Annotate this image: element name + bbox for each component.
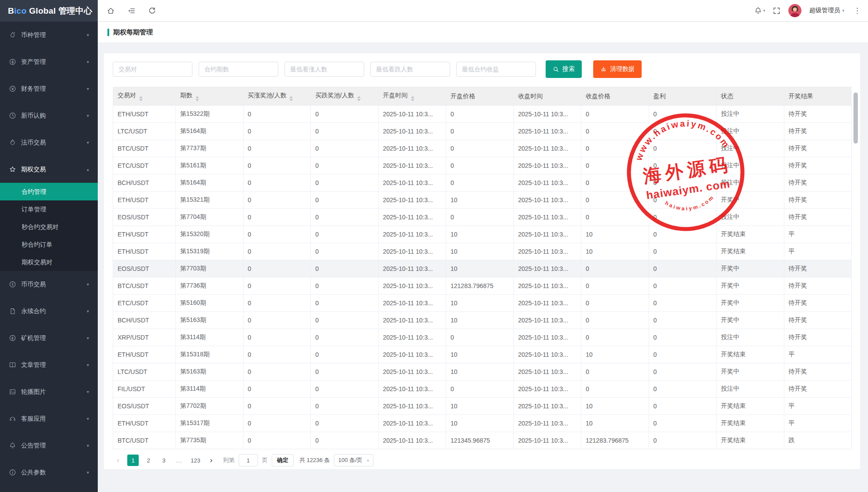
table-row[interactable]: ETH/USDT第15317期002025-10-11 10:3...10202… (113, 415, 852, 432)
table-cell: 2025-10-11 10:3... (378, 312, 446, 329)
sidebar-item[interactable]: 永续合约▾ (0, 298, 98, 325)
sidebar-item[interactable]: 客服应用▾ (0, 405, 98, 432)
sidebar-item[interactable]: 文章管理▾ (0, 351, 98, 378)
table-row[interactable]: BTC/USDT第7735期002025-10-11 10:3...121345… (113, 432, 852, 449)
trading-pair-filter-input[interactable] (113, 62, 192, 77)
table-cell: ETH/USDT (113, 106, 176, 123)
table-cell: 待开奖 (784, 174, 852, 192)
column-header[interactable]: 买涨奖池/人数 (243, 87, 311, 106)
sidebar-item[interactable]: 财务管理▾ (0, 75, 98, 102)
clean-data-button[interactable]: 清理数据 (593, 60, 642, 78)
sidebar-item[interactable]: 币种管理▾ (0, 22, 98, 48)
table-row[interactable]: ETC/USDT第5160期002025-10-11 10:3...102025… (113, 295, 852, 312)
page-number[interactable]: 3 (158, 455, 170, 466)
sidebar-item[interactable]: 矿机管理▾ (0, 325, 98, 351)
fullscreen-icon[interactable] (772, 7, 781, 15)
sidebar-item[interactable]: 轮播图片▾ (0, 378, 98, 405)
table-row[interactable]: BTC/USDT第7736期002025-10-11 10:3...121283… (113, 277, 852, 295)
page-number[interactable]: 2 (143, 455, 154, 466)
page-number[interactable]: 1 (127, 455, 139, 466)
prev-page-icon[interactable]: ‹ (113, 455, 123, 466)
table-cell: 平 (784, 346, 852, 363)
sidebar-subitem[interactable]: 期权交易对 (0, 253, 98, 271)
table-cell: 0 (311, 106, 379, 123)
sort-icon[interactable] (357, 96, 361, 101)
table-cell: 0 (243, 363, 311, 381)
page-number[interactable]: 123 (189, 455, 202, 466)
chevron-down-icon: ▾ (87, 389, 89, 394)
sort-icon[interactable] (411, 96, 414, 101)
table-row[interactable]: ETH/USDT第15320期002025-10-11 10:3...10202… (113, 226, 852, 243)
table-scrollbar[interactable] (853, 92, 858, 144)
table-row[interactable]: XRP/USDT第3114期002025-10-11 10:3...02025-… (113, 329, 852, 346)
notifications-button[interactable]: ▾ (754, 7, 765, 15)
table-row[interactable]: ETH/USDT第15319期002025-10-11 10:3...10202… (113, 243, 852, 260)
table-cell: 0 (649, 209, 717, 226)
table-row[interactable]: EOS/USDT第7704期002025-10-11 10:3...02025-… (113, 209, 852, 226)
table-row[interactable]: EOS/USDT第7703期002025-10-11 10:3...102025… (113, 260, 852, 277)
goto-page-input[interactable] (239, 454, 258, 466)
chevron-down-icon: ▾ (87, 33, 89, 37)
sidebar-item[interactable]: 币币交易▾ (0, 271, 98, 298)
column-header[interactable]: 交易对 (113, 87, 176, 106)
table-cell: 0 (311, 140, 379, 157)
table-cell: 待开奖 (784, 329, 852, 346)
table-cell: 开奖结束 (717, 398, 784, 415)
search-button[interactable]: 搜索 (546, 60, 582, 78)
collapse-menu-icon[interactable] (127, 7, 136, 15)
sidebar-subitem[interactable]: 合约管理 (0, 183, 98, 200)
avatar[interactable] (788, 4, 802, 17)
column-header[interactable]: 开盘时间 (378, 87, 446, 106)
sidebar-subitem[interactable]: 秒合约交易对 (0, 218, 98, 236)
sort-icon[interactable] (196, 96, 199, 101)
page-title-bar: 期权每期管理 (98, 22, 868, 42)
sidebar-subitem[interactable]: 秒合约订单 (0, 236, 98, 253)
sidebar-item[interactable]: 期权交易▴ (0, 156, 98, 183)
table-row[interactable]: ETH/USDT第15318期002025-10-11 10:3...10202… (113, 346, 852, 363)
topbar: ▾ 超级管理员 ▾ ⋮ (98, 0, 868, 22)
table-row[interactable]: ETH/USDT第15321期002025-10-11 10:3...10202… (113, 192, 852, 209)
column-header[interactable]: 期数 (176, 87, 244, 106)
home-icon[interactable] (107, 7, 115, 15)
next-page-icon[interactable]: › (206, 455, 217, 466)
table-cell: 0 (649, 140, 717, 157)
sidebar-item[interactable]: 公共参数▾ (0, 459, 98, 486)
sidebar-subitem[interactable]: 订单管理 (0, 200, 98, 218)
confirm-button[interactable]: 确定 (272, 454, 294, 466)
table-cell: 0 (581, 329, 649, 346)
more-options-icon[interactable]: ⋮ (852, 6, 863, 15)
sidebar-item[interactable]: 资产管理▾ (0, 48, 98, 75)
refresh-icon[interactable] (148, 7, 156, 15)
table-row[interactable]: EOS/USDT第7702期002025-10-11 10:3...102025… (113, 398, 852, 415)
sidebar-item[interactable]: 法币交易▾ (0, 129, 98, 156)
sort-icon[interactable] (139, 96, 143, 101)
contract-period-filter-input[interactable] (199, 62, 278, 77)
table-cell: 0 (446, 123, 514, 140)
table-row[interactable]: BTC/USDT第7737期002025-10-11 10:3...02025-… (113, 140, 852, 157)
sidebar-item[interactable]: 新币认购▾ (0, 102, 98, 129)
sort-icon[interactable] (289, 96, 293, 101)
table-row[interactable]: ETH/USDT第15322期002025-10-11 10:3...02025… (113, 106, 852, 123)
page-size-select[interactable]: 100 条/页 ▾ (334, 454, 373, 466)
table-row[interactable]: LTC/USDT第5163期002025-10-11 10:3...102025… (113, 363, 852, 381)
user-menu[interactable]: 超级管理员 ▾ (809, 7, 844, 15)
column-header[interactable]: 买跌奖池/人数 (311, 87, 379, 106)
table-row[interactable]: FIL/USDT第3114期002025-10-11 10:3...02025-… (113, 381, 852, 398)
table-row[interactable]: ETC/USDT第5161期002025-10-11 10:3...02025-… (113, 157, 852, 174)
sidebar-item-label: 期权交易 (21, 166, 87, 174)
table-cell: 10 (446, 346, 514, 363)
sidebar-item-label: 公共参数 (21, 469, 87, 477)
table-cell: 0 (581, 174, 649, 192)
table-cell: 0 (649, 157, 717, 174)
table-cell: 2025-10-11 10:3... (378, 363, 446, 381)
min-profit-filter-input[interactable] (456, 62, 536, 77)
table-cell: 2025-10-11 10:3... (513, 226, 581, 243)
table-row[interactable]: LTC/USDT第5164期002025-10-11 10:3...02025-… (113, 123, 852, 140)
table-cell: 0 (649, 226, 717, 243)
chevron-down-icon: ▾ (87, 363, 89, 367)
table-row[interactable]: BCH/USDT第5164期002025-10-11 10:3...02025-… (113, 174, 852, 192)
min-up-bettors-filter-input[interactable] (284, 62, 364, 77)
min-down-bettors-filter-input[interactable] (370, 62, 450, 77)
sidebar-item[interactable]: 公告管理▾ (0, 432, 98, 459)
table-row[interactable]: BCH/USDT第5163期002025-10-11 10:3...102025… (113, 312, 852, 329)
